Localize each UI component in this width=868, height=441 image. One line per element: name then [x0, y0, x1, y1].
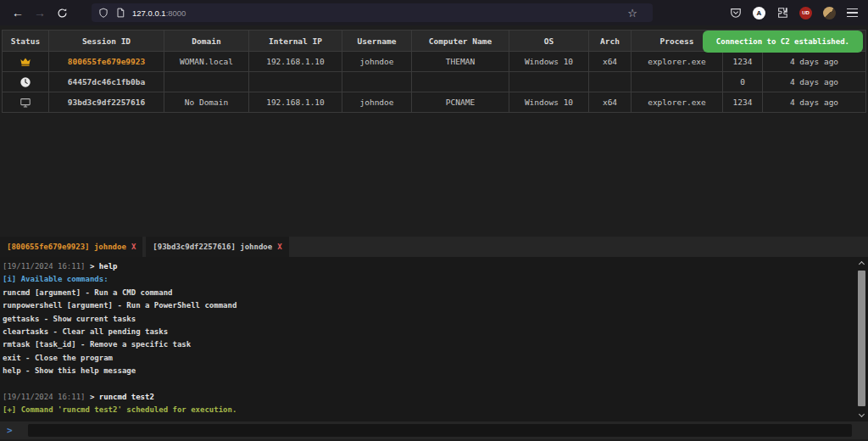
- cell-computer-name: PCNAME: [412, 92, 509, 113]
- browser-toolbar: ← → 127.0.0.1:8000 ☆ A UD: [0, 0, 868, 25]
- cell-session-id: 64457dc46c1fb0ba: [49, 72, 164, 92]
- session-tab[interactable]: [800655fe679e9923] johndoeX: [0, 237, 142, 257]
- extension-icon[interactable]: [823, 7, 836, 20]
- cell-os: Windows 10: [509, 92, 589, 113]
- terminal-segment: runpowershell [argument] - Run a PowerSh…: [3, 301, 236, 310]
- clock-icon: [3, 72, 49, 92]
- account-extension-icon[interactable]: A: [753, 7, 765, 20]
- url-text: 127.0.0.1:8000: [132, 8, 627, 18]
- monitor-icon: [3, 92, 49, 113]
- column-header: Domain: [164, 31, 249, 52]
- cell-internal-ip: 192.168.1.10: [249, 52, 342, 72]
- session-row[interactable]: 93bd3c9df2257616No Domain192.168.1.10joh…: [3, 92, 866, 113]
- terminal-line: runcmd [argument] - Run a CMD command: [3, 287, 853, 299]
- cell-last-seen: 4 days ago: [763, 52, 866, 72]
- forward-icon[interactable]: →: [29, 6, 51, 20]
- terminal-segment: cleartasks - Clear all pending tasks: [3, 327, 168, 336]
- terminal-line: [19/11/2024 16:11] > help: [3, 260, 853, 273]
- command-input[interactable]: [28, 424, 852, 437]
- cell-pid: 1234: [723, 92, 763, 113]
- cell-last-seen: 4 days ago: [763, 92, 866, 113]
- terminal-segment: exit - Close the program: [3, 354, 113, 362]
- cell-arch: [589, 72, 632, 92]
- terminal-segment: > help: [90, 262, 118, 271]
- cell-computer-name: THEMAN: [412, 52, 509, 72]
- prompt-icon: >: [7, 425, 13, 436]
- scroll-up-icon[interactable]: [859, 260, 865, 266]
- terminal-segment: rmtask [task_id] - Remove a specific tas…: [3, 340, 191, 349]
- close-tab-icon[interactable]: X: [131, 243, 136, 251]
- scroll-down-icon[interactable]: [859, 412, 865, 418]
- cell-domain: WOMAN.local: [164, 52, 249, 72]
- cell-os: Windows 10: [509, 52, 589, 72]
- cell-username: johndoe: [342, 92, 412, 113]
- ublock-extension-icon[interactable]: UD: [799, 7, 812, 20]
- terminal-segment: [19/11/2024 16:11]: [3, 393, 90, 401]
- terminal-line: [i] Available commands:: [3, 273, 853, 286]
- terminal-output[interactable]: [19/11/2024 16:11] > help[i] Available c…: [0, 257, 868, 421]
- terminal-segment: runcmd [argument] - Run a CMD command: [3, 288, 172, 297]
- terminal-line: rmtask [task_id] - Remove a specific tas…: [3, 338, 853, 351]
- terminal-line: help - Show this help message: [3, 365, 853, 377]
- session-tab-bar: [800655fe679e9923] johndoeX[93bd3c9df225…: [0, 237, 868, 257]
- pocket-icon[interactable]: [730, 7, 742, 19]
- terminal-line: exit - Close the program: [3, 352, 853, 365]
- cell-internal-ip: 192.168.1.10: [249, 92, 342, 113]
- session-row[interactable]: 64457dc46c1fb0ba04 days ago: [3, 72, 866, 92]
- menu-icon[interactable]: [847, 8, 858, 18]
- column-header: Computer Name: [412, 31, 509, 52]
- c2-connection-toast: Connection to C2 established.: [703, 31, 863, 53]
- sessions-table-body: 800655fe679e9923WOMAN.local192.168.1.10j…: [3, 52, 866, 113]
- cell-session-id: 93bd3c9df2257616: [49, 92, 164, 113]
- terminal-segment: [+] Command 'runcmd test2' scheduled for…: [3, 405, 236, 414]
- cell-domain: No Domain: [164, 92, 249, 113]
- terminal-line: [19/11/2024 16:11] > runcmd test2: [3, 391, 853, 404]
- column-header: OS: [509, 31, 589, 52]
- cell-pid: 0: [723, 72, 763, 92]
- cell-process: explorer.exe: [632, 92, 723, 113]
- session-tab[interactable]: [93bd3c9df2257616] johndoeX: [146, 237, 288, 257]
- terminal-line: gettasks - Show current tasks: [3, 313, 853, 326]
- page-info-icon[interactable]: [115, 8, 125, 18]
- terminal-segment: [19/11/2024 16:11]: [3, 262, 90, 271]
- column-header: Status: [3, 31, 49, 52]
- tab-label: [800655fe679e9923] johndoe: [7, 243, 126, 251]
- reload-icon[interactable]: [51, 8, 73, 19]
- cell-internal-ip: [249, 72, 342, 92]
- shield-icon[interactable]: [98, 8, 108, 18]
- terminal-scrollbar[interactable]: [856, 257, 868, 421]
- terminal-line: [+] Command 'runcmd test2' scheduled for…: [3, 404, 853, 416]
- column-header: Arch: [589, 31, 632, 52]
- cell-process: explorer.exe: [632, 52, 723, 72]
- cell-last-seen: 4 days ago: [763, 72, 866, 92]
- url-bar[interactable]: 127.0.0.1:8000 ☆: [92, 3, 653, 22]
- toolbar-extensions: A UD: [730, 7, 868, 20]
- column-header: Session ID: [49, 31, 164, 52]
- cell-session-id: 800655fe679e9923: [49, 52, 164, 72]
- url-port: :8000: [166, 8, 186, 18]
- session-row[interactable]: 800655fe679e9923WOMAN.local192.168.1.10j…: [3, 52, 866, 72]
- crown-icon: [3, 52, 49, 72]
- terminal-segment: gettasks - Show current tasks: [3, 315, 136, 323]
- cell-domain: [164, 72, 249, 92]
- command-input-bar: >: [0, 421, 868, 439]
- terminal-line: runpowershell [argument] - Run a PowerSh…: [3, 299, 853, 312]
- close-tab-icon[interactable]: X: [277, 243, 281, 251]
- bookmark-star-icon[interactable]: ☆: [627, 7, 637, 20]
- terminal-line: [3, 378, 853, 391]
- cell-process: [632, 72, 723, 92]
- cell-os: [509, 72, 589, 92]
- terminal-line: cleartasks - Clear all pending tasks: [3, 326, 853, 338]
- extensions-puzzle-icon[interactable]: [776, 7, 788, 19]
- column-header: Internal IP: [249, 31, 342, 52]
- cell-arch: x64: [589, 52, 632, 72]
- cell-computer-name: [412, 72, 509, 92]
- terminal-segment: > runcmd test2: [90, 393, 154, 401]
- cell-pid: 1234: [723, 52, 763, 72]
- column-header: Username: [342, 31, 412, 52]
- cell-username: [342, 72, 412, 92]
- terminal-segment: [i] Available commands:: [3, 275, 108, 283]
- tab-label: [93bd3c9df2257616] johndoe: [153, 243, 272, 251]
- scrollbar-thumb[interactable]: [858, 271, 865, 406]
- back-icon[interactable]: ←: [7, 6, 29, 20]
